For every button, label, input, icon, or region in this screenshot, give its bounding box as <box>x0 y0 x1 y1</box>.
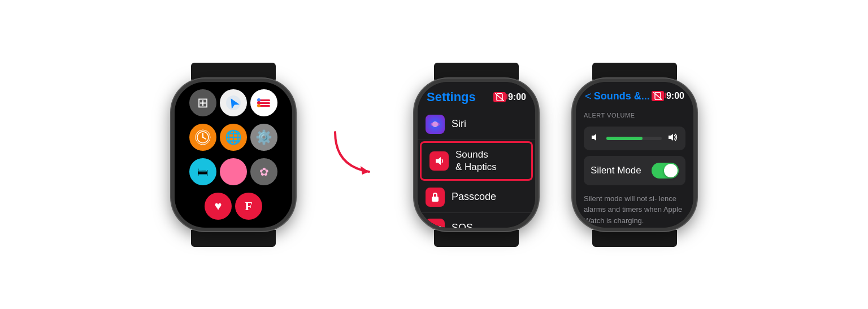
settings-header: Settings 9:00 <box>418 82 535 109</box>
time-container-3: 9:00 <box>652 91 684 101</box>
watch-screen-2: Settings 9:00 <box>418 82 535 228</box>
strap-bottom-1 <box>191 230 276 247</box>
strap-bottom-2 <box>434 230 519 247</box>
app-pink <box>220 158 247 185</box>
sounds-label: Sounds& Haptics <box>455 149 497 173</box>
strap-top-3 <box>592 63 677 80</box>
app-heart: ♥ <box>205 193 232 220</box>
svg-marker-6 <box>361 166 369 175</box>
alert-volume-label: ALERT VOLUME <box>584 112 685 119</box>
volume-high-icon <box>667 132 679 145</box>
silent-mode-description: Silent mode will not si- lence alarms an… <box>584 193 685 227</box>
slider-fill <box>606 137 643 140</box>
sounds-icon <box>429 151 449 171</box>
watch-3: < Sounds &... 9:00 ALERT <box>572 63 697 247</box>
sounds-content: ALERT VOLUME <box>576 107 693 228</box>
app-reminders <box>250 89 277 116</box>
settings-item-passcode[interactable]: Passcode <box>418 182 535 213</box>
settings-item-sounds-haptics-highlighted[interactable]: Sounds& Haptics <box>420 141 533 181</box>
watch-body-1: ⊞ <box>171 79 296 231</box>
settings-list: Siri Sounds& Haptics <box>418 109 535 228</box>
app-globe: 🌐 <box>220 124 247 151</box>
strap-top-1 <box>191 63 276 80</box>
sos-label: SOS <box>452 222 473 227</box>
siri-icon <box>426 115 445 134</box>
svg-marker-12 <box>436 157 441 165</box>
app-maps <box>220 89 247 116</box>
app-calculator: ⊞ <box>189 89 216 116</box>
watch-1: ⊞ <box>171 63 296 247</box>
sounds-time: 9:00 <box>666 91 684 101</box>
silent-mode-toggle[interactable] <box>652 163 679 179</box>
settings-item-sounds[interactable]: Sounds& Haptics <box>422 143 531 179</box>
settings-time: 9:00 <box>508 92 526 102</box>
sounds-screen: < Sounds &... 9:00 ALERT <box>576 82 693 228</box>
svg-point-11 <box>431 122 440 127</box>
watch-screen-3: < Sounds &... 9:00 ALERT <box>576 82 693 228</box>
navigation-arrow-container <box>329 98 380 211</box>
watch-body-3: < Sounds &... 9:00 ALERT <box>572 79 697 231</box>
app-sleep: 🛏 <box>189 158 216 185</box>
sounds-header: < Sounds &... 9:00 <box>576 82 693 107</box>
silent-mode-label: Silent Mode <box>591 165 641 176</box>
watch-body-2: Settings 9:00 <box>414 79 539 231</box>
passcode-label: Passcode <box>452 191 496 203</box>
strap-bottom-3 <box>592 230 677 247</box>
sounds-title: Sounds &... <box>594 90 650 102</box>
settings-item-sos[interactable]: SOS SOS <box>418 213 535 228</box>
siri-label: Siri <box>452 118 466 130</box>
app-settings: ⚙️ <box>250 124 277 151</box>
settings-item-siri[interactable]: Siri <box>418 109 535 140</box>
volume-slider[interactable] <box>584 127 685 150</box>
no-phone-icon-3 <box>652 91 664 101</box>
app-grid: ⊞ <box>175 82 292 228</box>
volume-low-icon <box>591 132 601 145</box>
passcode-icon <box>426 188 445 207</box>
svg-marker-16 <box>592 134 596 141</box>
time-container-2: 9:00 <box>493 92 526 102</box>
app-clock <box>189 124 216 151</box>
sos-icon: SOS <box>426 219 445 228</box>
strap-top-2 <box>434 63 519 80</box>
app-flipboard: F <box>235 193 262 220</box>
app-breath: ✿ <box>250 158 277 185</box>
navigation-arrow <box>329 98 380 211</box>
settings-screen: Settings 9:00 <box>418 82 535 228</box>
svg-rect-13 <box>432 197 439 202</box>
sounds-title-container: < Sounds &... <box>585 90 650 103</box>
watch-screen-1: ⊞ <box>175 82 292 228</box>
back-chevron-icon[interactable]: < <box>585 90 592 103</box>
svg-marker-17 <box>669 134 673 141</box>
silent-mode-row[interactable]: Silent Mode <box>584 156 685 185</box>
watch-2: Settings 9:00 <box>414 63 539 247</box>
settings-title: Settings <box>427 90 476 105</box>
no-phone-icon-2 <box>493 92 506 102</box>
slider-track[interactable] <box>606 137 662 140</box>
